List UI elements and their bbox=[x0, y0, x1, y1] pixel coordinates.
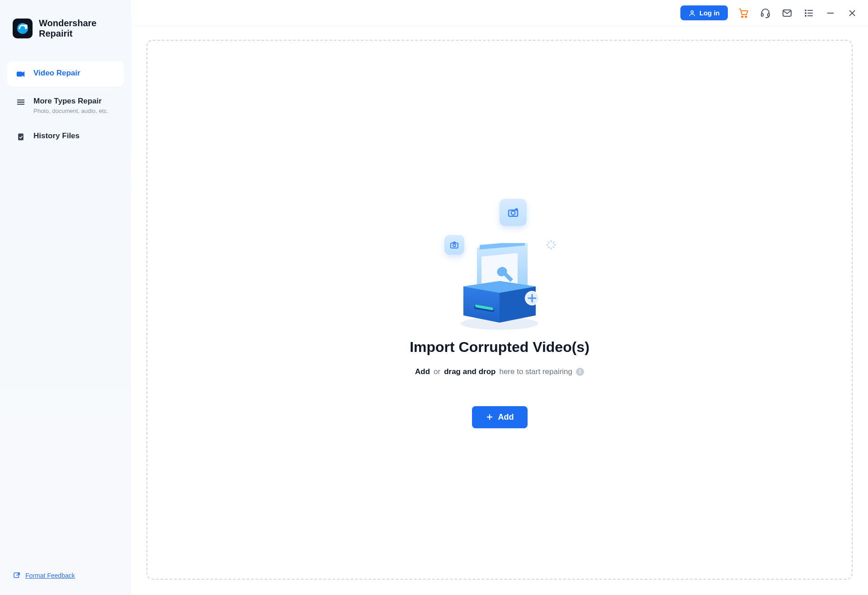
feedback-icon bbox=[13, 572, 21, 580]
add-button[interactable]: Add bbox=[472, 406, 528, 428]
sidebar-nav: Video Repair More Types Repair Photo, do… bbox=[0, 61, 131, 150]
dropzone[interactable]: Import Corrupted Video(s) Add or drag an… bbox=[146, 40, 853, 580]
svg-point-8 bbox=[741, 16, 743, 17]
svg-point-25 bbox=[511, 211, 515, 215]
user-icon bbox=[689, 9, 696, 17]
svg-point-9 bbox=[745, 16, 746, 17]
add-button-label: Add bbox=[498, 412, 514, 422]
sidebar: Wondershare Repairit Video Repair bbox=[0, 0, 131, 595]
sidebar-item-subtitle: Photo, document, audio, etc. bbox=[33, 108, 108, 114]
info-icon[interactable]: i bbox=[576, 368, 584, 376]
app-logo-icon bbox=[16, 22, 29, 35]
window-close-icon[interactable] bbox=[846, 7, 858, 19]
svg-point-7 bbox=[691, 10, 693, 13]
sidebar-item-more-types[interactable]: More Types Repair Photo, document, audio… bbox=[7, 89, 124, 122]
format-feedback-link[interactable]: Format Feedback bbox=[25, 572, 75, 579]
svg-point-13 bbox=[805, 10, 806, 11]
video-camera-icon bbox=[15, 69, 26, 80]
floating-photo-icon bbox=[500, 199, 527, 226]
sidebar-item-label: Video Repair bbox=[33, 69, 80, 78]
brand-logo bbox=[13, 19, 33, 38]
brand-text: Wondershare Repairit bbox=[39, 18, 96, 39]
sidebar-footer: Format Feedback bbox=[0, 572, 131, 586]
sidebar-item-video-repair[interactable]: Video Repair bbox=[7, 61, 124, 87]
dropzone-hint: Add or drag and drop here to start repai… bbox=[415, 367, 584, 376]
titlebar: Log in bbox=[131, 0, 868, 26]
hint-tail: here to start repairing bbox=[499, 367, 572, 376]
sidebar-item-label: More Types Repair bbox=[33, 97, 108, 106]
svg-point-26 bbox=[516, 208, 518, 210]
sidebar-item-history-files[interactable]: History Files bbox=[7, 124, 124, 150]
plus-icon bbox=[486, 413, 494, 421]
svg-rect-6 bbox=[14, 573, 19, 578]
hint-add: Add bbox=[415, 367, 430, 376]
hint-or: or bbox=[434, 367, 440, 376]
dropzone-illustration bbox=[432, 192, 567, 327]
brand: Wondershare Repairit bbox=[0, 18, 131, 39]
dropzone-headline: Import Corrupted Video(s) bbox=[410, 339, 590, 356]
svg-point-14 bbox=[805, 13, 806, 14]
brand-line2: Repairit bbox=[39, 28, 96, 39]
history-file-icon bbox=[15, 131, 26, 142]
svg-rect-1 bbox=[17, 72, 22, 76]
svg-rect-10 bbox=[761, 14, 763, 16]
brand-line1: Wondershare bbox=[39, 18, 96, 28]
svg-point-15 bbox=[805, 15, 806, 16]
support-headset-icon[interactable] bbox=[760, 7, 771, 19]
svg-rect-5 bbox=[18, 134, 24, 141]
cart-icon[interactable] bbox=[738, 7, 750, 19]
login-label: Log in bbox=[699, 9, 720, 17]
drawer-graphic bbox=[450, 243, 549, 333]
main: Log in bbox=[131, 0, 868, 595]
mail-icon[interactable] bbox=[781, 7, 793, 19]
list-menu-icon[interactable] bbox=[803, 7, 815, 19]
hint-dnd: drag and drop bbox=[444, 367, 495, 376]
sidebar-item-label: History Files bbox=[33, 131, 80, 141]
window-minimize-icon[interactable] bbox=[825, 7, 836, 19]
content: Import Corrupted Video(s) Add or drag an… bbox=[131, 26, 868, 595]
menu-icon bbox=[15, 97, 26, 108]
login-button[interactable]: Log in bbox=[680, 5, 728, 20]
svg-marker-32 bbox=[463, 286, 500, 323]
